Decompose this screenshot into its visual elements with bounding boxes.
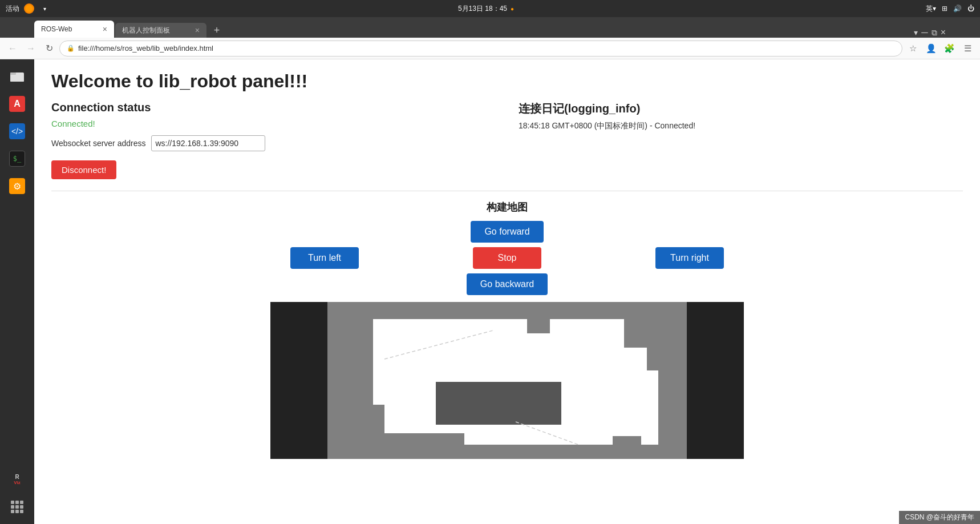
tab-ros-web-label: ROS-Web [41,25,72,33]
close-window-icon[interactable]: × [941,27,946,38]
nav-bar: ← → ↻ 🔒 file:///home/s/ros_web/lib_web/i… [0,38,980,59]
svg-rect-2 [10,72,16,75]
reload-button[interactable]: ↻ [41,41,57,57]
rviz-icon: R Viz [14,474,20,485]
tab-bar: ROS-Web × 机器人控制面板 × + ▾ ─ ⧉ × [0,17,980,38]
taskbar-left: 活动 ▾ [6,3,46,14]
back-button[interactable]: ← [5,41,21,57]
log-title: 连接日记(logging_info) [519,101,963,116]
tab-ros-web[interactable]: ROS-Web × [34,21,114,38]
extensions-icon[interactable]: 🧩 [941,41,957,57]
tab-inactive-close-icon[interactable]: × [195,26,200,35]
config-icon: ⚙ [9,178,25,194]
grid-icon [11,501,23,513]
divider [51,191,963,191]
dot-indicator: ● [511,6,514,12]
web-content: Welcome to lib_robot panel!!! Connection… [34,59,980,524]
turn-right-button[interactable]: Turn right [655,247,724,269]
volume-icon[interactable]: 🔊 [953,5,962,13]
controls-wrapper: Go forward Turn left Stop Turn right Go … [51,221,963,295]
account-icon[interactable]: 👤 [923,41,939,57]
map-section: 构建地图 Go forward Turn left Stop Turn righ… [51,200,963,459]
connection-status: Connected! [51,119,496,128]
firefox-logo-icon [24,3,34,14]
page-title: Welcome to lib_robot panel!!! [51,71,963,92]
svg-rect-11 [613,436,641,448]
apps-grid-button[interactable] [0,495,34,518]
svg-rect-4 [270,302,327,459]
stop-button[interactable]: Stop [473,247,541,269]
page-content: Welcome to lib_robot panel!!! Connection… [0,59,980,524]
store-icon: A [9,96,25,112]
os-activities-label[interactable]: 活动 [6,4,19,14]
websocket-input[interactable] [151,135,265,151]
connection-title: Connection status [51,101,496,114]
menu-icon[interactable]: ☰ [959,41,975,57]
lock-icon: 🔒 [67,45,75,52]
go-backward-button[interactable]: Go backward [467,273,548,295]
tab-robot-panel[interactable]: 机器人控制面板 × [115,23,206,38]
sidebar-icon-rviz[interactable]: R Viz [6,468,29,491]
sidebar-icon-store[interactable]: A [6,92,29,115]
restore-icon[interactable]: ⧉ [932,28,937,38]
log-entry: 18:45:18 GMT+0800 (中国标准时间) - Connected! [519,121,963,131]
dropdown-icon[interactable]: ▾ [43,6,46,12]
minimize-icon[interactable]: ─ [921,27,928,38]
vscode-icon: </> [9,123,25,139]
svg-rect-10 [527,319,550,333]
two-col-section: Connection status Connected! Websocket s… [51,101,963,179]
middle-controls-row: Turn left Stop Turn right [290,247,724,269]
svg-rect-7 [436,382,561,425]
sidebar-icon-config[interactable]: ⚙ [6,175,29,197]
map-svg [270,302,744,459]
map-section-title: 构建地图 [51,200,963,214]
folder-icon [9,68,25,84]
turn-left-button[interactable]: Turn left [290,247,359,269]
svg-rect-5 [687,302,744,459]
tab-robot-label: 机器人控制面板 [122,26,170,35]
taskbar-center: 5月13日 18：45 ● [458,4,514,14]
connection-section: Connection status Connected! Websocket s… [51,101,496,179]
tab-close-icon[interactable]: × [103,25,107,34]
sidebar-icon-vscode[interactable]: </> [6,120,29,143]
csdn-label: CSDN @奋斗的好青年 [899,511,980,524]
taskbar-right: 英▾ ⊞ 🔊 ⏻ [926,4,974,14]
address-bar[interactable]: 🔒 file:///home/s/ros_web/lib_web/index.h… [59,41,902,57]
websocket-row: Websocket server address [51,135,496,151]
os-taskbar: 活动 ▾ 5月13日 18：45 ● 英▾ ⊞ 🔊 ⏻ [0,0,980,17]
datetime-label: 5月13日 18：45 [458,4,507,14]
sidebar-icon-folder[interactable] [6,65,29,88]
forward-button[interactable]: → [23,41,39,57]
network-icon[interactable]: ⊞ [942,5,947,13]
bookmark-icon[interactable]: ☆ [905,41,921,57]
language-icon[interactable]: 英▾ [926,4,936,14]
sidebar-icon-terminal[interactable]: $_ [6,147,29,170]
websocket-label: Websocket server address [51,139,145,148]
nav-actions: ☆ 👤 🧩 ☰ [905,41,975,57]
terminal-icon: $_ [9,151,25,167]
log-section: 连接日记(logging_info) 18:45:18 GMT+0800 (中国… [519,101,963,179]
map-container [270,302,744,459]
tab-bar-actions: ▾ ─ ⧉ × [914,27,946,38]
svg-rect-1 [10,74,24,82]
tab-list-icon[interactable]: ▾ [914,28,918,37]
new-tab-button[interactable]: + [209,23,225,38]
sidebar: A </> $_ ⚙ R Viz [0,59,34,524]
disconnect-button[interactable]: Disconnect! [51,160,116,179]
go-forward-button[interactable]: Go forward [471,221,543,243]
power-icon[interactable]: ⏻ [967,5,974,13]
address-text: file:///home/s/ros_web/lib_web/index.htm… [78,44,213,53]
